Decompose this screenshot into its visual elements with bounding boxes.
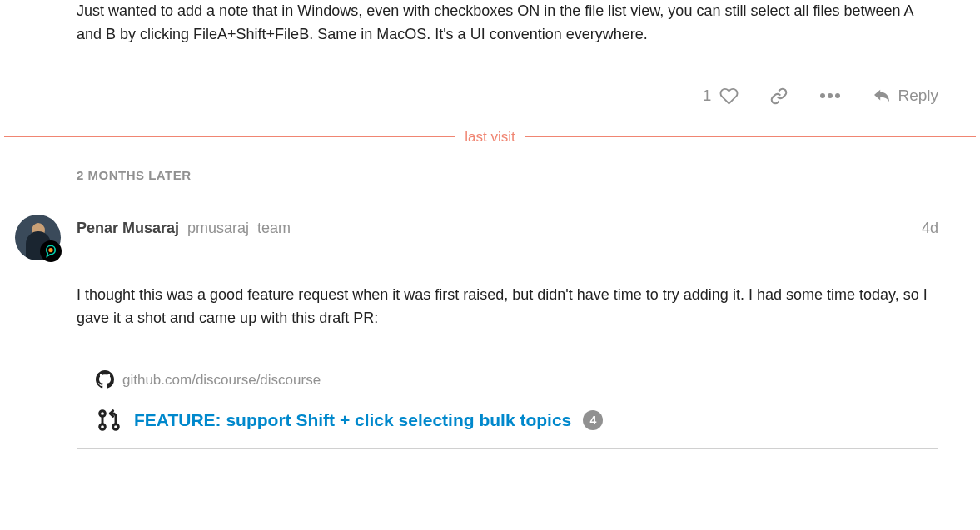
more-icon[interactable]	[819, 92, 841, 99]
time-gap: 2 MONTHS LATER	[77, 166, 980, 186]
reply-label: Reply	[898, 84, 938, 108]
avatar-column	[0, 215, 77, 260]
avatar-flair-icon	[40, 240, 62, 262]
svg-point-2	[835, 93, 840, 98]
heart-icon	[719, 87, 739, 106]
post-header: Penar Musaraj pmusaraj team 4d	[0, 215, 980, 260]
github-icon	[96, 370, 114, 389]
author-group-badge[interactable]: team	[257, 217, 291, 240]
post-text: Just wanted to add a note that in Window…	[77, 0, 938, 47]
post-text: I thought this was a good feature reques…	[77, 284, 938, 330]
onebox-title-row: FEATURE: support Shift + click selecting…	[96, 407, 919, 433]
onebox-github: github.com/discourse/discourse	[77, 354, 938, 450]
svg-point-3	[48, 248, 52, 252]
post-content: I thought this was a good feature reques…	[77, 284, 938, 449]
onebox-source[interactable]: github.com/discourse/discourse	[96, 369, 919, 391]
post-content: Just wanted to add a note that in Window…	[77, 0, 938, 107]
git-pull-request-icon	[96, 407, 122, 433]
reply-button[interactable]: Reply	[873, 84, 938, 108]
post-age[interactable]: 4d	[922, 217, 938, 240]
author-name[interactable]: Penar Musaraj	[77, 217, 179, 240]
like-count: 1	[703, 84, 712, 108]
svg-point-1	[828, 93, 833, 98]
onebox-source-text: github.com/discourse/discourse	[122, 369, 321, 391]
reply-arrow-icon	[873, 88, 891, 103]
onebox-click-count: 4	[583, 410, 603, 430]
svg-point-0	[820, 93, 825, 98]
like-button[interactable]: 1	[703, 84, 739, 108]
last-visit-divider: last visit	[4, 136, 976, 137]
author-username[interactable]: pmusaraj	[187, 217, 249, 240]
post-meta: Penar Musaraj pmusaraj team 4d	[77, 215, 980, 240]
onebox-title-link[interactable]: FEATURE: support Shift + click selecting…	[134, 407, 571, 433]
divider-label: last visit	[455, 126, 525, 148]
link-icon[interactable]	[770, 87, 788, 105]
post-actions: 1 Rep	[77, 84, 938, 108]
